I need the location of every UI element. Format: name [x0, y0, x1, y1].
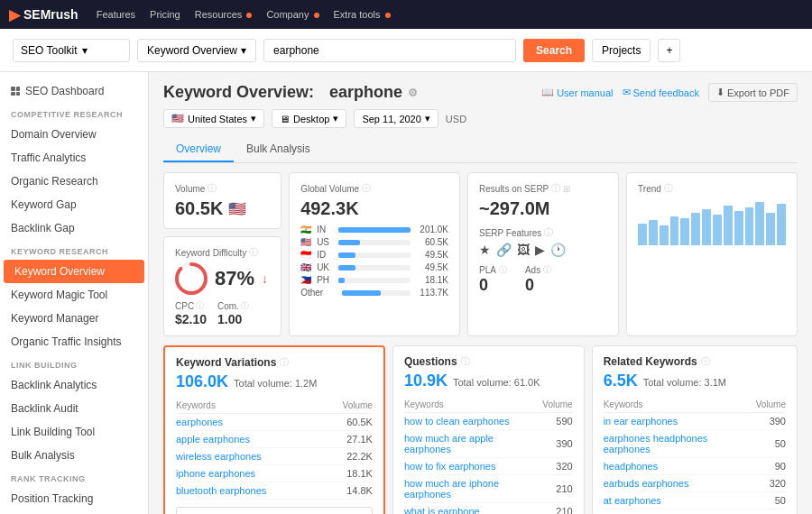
nav-extra-tools[interactable]: Extra tools	[334, 9, 391, 20]
sidebar-item-keyword-gap[interactable]: Keyword Gap	[0, 193, 148, 216]
content-area: Keyword Overview: earphone ⚙ 📖 User manu…	[149, 72, 812, 514]
sidebar-item-domain-overview[interactable]: Domain Overview	[0, 123, 148, 146]
chevron-down-icon: ▾	[333, 113, 338, 124]
sidebar-item-keyword-manager[interactable]: Keyword Manager	[0, 307, 148, 330]
related-keywords-count: 6.5K	[604, 372, 638, 390]
sidebar: SEO Dashboard COMPETITIVE RESEARCH Domai…	[0, 72, 149, 514]
cpc-value: $2.10	[175, 312, 207, 326]
chevron-down-icon: ▾	[251, 113, 256, 124]
keyword-link[interactable]: earbuds earphones	[604, 478, 689, 489]
sidebar-item-organic-traffic-insights[interactable]: Organic Traffic Insights	[0, 330, 148, 353]
sidebar-section-rank-tracking: RANK TRACKING	[0, 467, 148, 487]
search-button[interactable]: Search	[523, 39, 585, 62]
toolkit-selector[interactable]: SEO Toolkit ▾	[13, 39, 130, 62]
sidebar-item-position-tracking[interactable]: Position Tracking	[0, 487, 148, 510]
view-all-keyword-variations-button[interactable]: View all 106,001 keywords	[176, 507, 373, 514]
keyword-variations-card: Keyword Variations ⓘ 106.0K Total volume…	[163, 345, 385, 514]
global-row-in: 🇮🇳 IN 201.0K	[300, 225, 448, 234]
info-icon: ⓘ	[196, 300, 204, 312]
keyword-link[interactable]: earphones headphones earphones	[604, 433, 708, 454]
nav-dot	[385, 13, 391, 18]
nav-pricing[interactable]: Pricing	[150, 9, 180, 20]
keyword-link[interactable]: in ear earphones	[604, 416, 678, 427]
sidebar-item-backlink-audit[interactable]: Backlink Audit	[0, 397, 148, 420]
volume-card: Volume ⓘ 60.5K 🇺🇸	[163, 172, 281, 229]
col-header-volume: Volume	[756, 397, 786, 413]
global-row-id: 🇮🇩 ID 49.5K	[300, 250, 448, 260]
keyword-link[interactable]: how much are apple earphones	[404, 433, 494, 454]
bar-other	[342, 290, 381, 296]
sidebar-item-bulk-analysis[interactable]: Bulk Analysis	[0, 444, 148, 467]
add-button[interactable]: +	[658, 39, 680, 62]
sidebar-section-keyword-research: KEYWORD RESEARCH	[0, 240, 148, 260]
info-icon: ⓘ	[551, 182, 560, 195]
keyword-link[interactable]: bluetooth earphones	[176, 485, 266, 496]
cpc-metric: CPC ⓘ $2.10	[175, 300, 207, 326]
country-filter[interactable]: 🇺🇸 United States ▾	[163, 109, 264, 128]
search-input[interactable]	[263, 39, 516, 62]
col-header-volume: Volume	[324, 398, 373, 414]
sidebar-item-traffic-analytics[interactable]: Traffic Analytics	[0, 146, 148, 170]
page-title: Keyword Overview: earphone ⚙	[163, 83, 418, 102]
global-row-ph: 🇵🇭 PH 18.1K	[300, 275, 448, 285]
global-row-us: 🇺🇸 US 60.5K	[300, 237, 448, 247]
trend-card: Trend ⓘ	[626, 172, 798, 336]
keyword-link[interactable]: wireless earphones	[176, 451, 262, 462]
stats-row: Volume ⓘ 60.5K 🇺🇸 Keyword Difficulty ⓘ	[163, 172, 798, 336]
keyword-link[interactable]: at earphones	[604, 495, 661, 506]
trend-bar	[638, 224, 647, 245]
cpc-com-row: CPC ⓘ $2.10 Com. ⓘ 1.00	[175, 300, 270, 326]
keyword-link[interactable]: headphones	[604, 461, 659, 472]
user-manual-link[interactable]: 📖 User manual	[541, 83, 613, 102]
export-pdf-button[interactable]: ⬇ Export to PDF	[708, 83, 798, 102]
sidebar-item-sensor[interactable]: Sensor	[0, 510, 148, 514]
sidebar-item-seo-dashboard[interactable]: SEO Dashboard	[0, 79, 148, 103]
difficulty-label: Keyword Difficulty ⓘ	[175, 246, 270, 259]
trend-bar	[734, 211, 743, 245]
keyword-link[interactable]: earphones	[176, 417, 223, 427]
keyword-link[interactable]: how to clean earphones	[404, 416, 510, 427]
gauge-chart	[175, 262, 208, 295]
sidebar-item-organic-research[interactable]: Organic Research	[0, 170, 148, 193]
table-row: how much are iphone earphones210	[404, 475, 573, 503]
keyword-link[interactable]: apple earphones	[176, 434, 250, 445]
table-row: what is earphone210	[404, 503, 573, 515]
keyword-link[interactable]: iphone earphones	[176, 468, 255, 479]
date-filter[interactable]: Sep 11, 2020 ▾	[354, 109, 438, 128]
info-icon: ⓘ	[664, 182, 673, 195]
info-icon[interactable]: ⚙	[408, 87, 418, 99]
table-row: bluetooth earphones14.8K	[176, 482, 373, 500]
keyword-link[interactable]: how to fix earphones	[404, 461, 496, 472]
send-feedback-link[interactable]: ✉ Send feedback	[623, 83, 699, 102]
keyword-overview-dropdown[interactable]: Keyword Overview ▾	[137, 39, 256, 62]
val-ph: 18.1K	[416, 275, 448, 285]
pla-metric: PLA ⓘ 0	[479, 264, 507, 295]
sidebar-item-link-building-tool[interactable]: Link Building Tool	[0, 420, 148, 444]
nav-features[interactable]: Features	[97, 9, 135, 20]
tab-overview[interactable]: Overview	[163, 137, 234, 162]
info-icon: ⓘ	[499, 264, 507, 276]
sidebar-item-backlink-gap[interactable]: Backlink Gap	[0, 216, 148, 240]
currency-label: USD	[446, 114, 466, 124]
nav-resources[interactable]: Resources	[195, 9, 253, 20]
tab-bulk-analysis[interactable]: Bulk Analysis	[234, 137, 323, 162]
info-icon: ⓘ	[461, 355, 470, 368]
sidebar-item-keyword-magic-tool[interactable]: Keyword Magic Tool	[0, 283, 148, 307]
volume-cell: 390	[542, 430, 572, 458]
sidebar-item-keyword-overview[interactable]: Keyword Overview	[4, 260, 144, 283]
keyword-link[interactable]: what is earphone	[404, 506, 480, 514]
com-metric: Com. ⓘ 1.00	[217, 300, 249, 326]
page-header: Keyword Overview: earphone ⚙ 📖 User manu…	[163, 83, 798, 102]
projects-button[interactable]: Projects	[592, 39, 651, 62]
trend-bar	[755, 202, 764, 245]
sidebar-section-link-building: LINK BUILDING	[0, 353, 148, 373]
volume-cell: 50	[756, 492, 786, 509]
nav-company[interactable]: Company	[266, 9, 318, 20]
keyword-link[interactable]: how much are iphone earphones	[404, 478, 499, 500]
info-icon: ⓘ	[208, 182, 217, 195]
logo: ▶ SEMrush	[9, 6, 78, 23]
ph-flag: 🇵🇭	[300, 275, 311, 285]
device-filter[interactable]: 🖥 Desktop ▾	[272, 109, 346, 128]
sidebar-item-backlink-analytics[interactable]: Backlink Analytics	[0, 373, 148, 397]
nav-links: Features Pricing Resources Company Extra…	[97, 9, 391, 20]
